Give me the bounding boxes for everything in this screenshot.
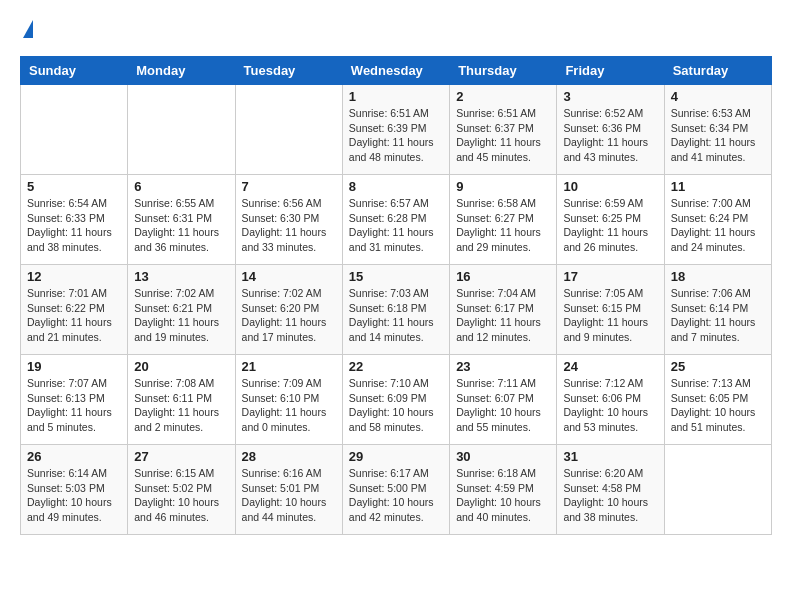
calendar-cell: 20Sunrise: 7:08 AM Sunset: 6:11 PM Dayli… [128, 355, 235, 445]
day-number: 15 [349, 269, 443, 284]
day-info: Sunrise: 6:57 AM Sunset: 6:28 PM Dayligh… [349, 196, 443, 255]
day-number: 16 [456, 269, 550, 284]
week-row-4: 19Sunrise: 7:07 AM Sunset: 6:13 PM Dayli… [21, 355, 772, 445]
day-info: Sunrise: 7:07 AM Sunset: 6:13 PM Dayligh… [27, 376, 121, 435]
day-info: Sunrise: 7:12 AM Sunset: 6:06 PM Dayligh… [563, 376, 657, 435]
calendar-cell: 24Sunrise: 7:12 AM Sunset: 6:06 PM Dayli… [557, 355, 664, 445]
week-row-3: 12Sunrise: 7:01 AM Sunset: 6:22 PM Dayli… [21, 265, 772, 355]
day-number: 2 [456, 89, 550, 104]
calendar-cell: 9Sunrise: 6:58 AM Sunset: 6:27 PM Daylig… [450, 175, 557, 265]
logo-triangle-icon [23, 20, 33, 38]
day-info: Sunrise: 6:51 AM Sunset: 6:37 PM Dayligh… [456, 106, 550, 165]
calendar-cell: 13Sunrise: 7:02 AM Sunset: 6:21 PM Dayli… [128, 265, 235, 355]
day-info: Sunrise: 7:04 AM Sunset: 6:17 PM Dayligh… [456, 286, 550, 345]
calendar-cell: 3Sunrise: 6:52 AM Sunset: 6:36 PM Daylig… [557, 85, 664, 175]
calendar-cell: 29Sunrise: 6:17 AM Sunset: 5:00 PM Dayli… [342, 445, 449, 535]
day-info: Sunrise: 7:10 AM Sunset: 6:09 PM Dayligh… [349, 376, 443, 435]
day-info: Sunrise: 6:53 AM Sunset: 6:34 PM Dayligh… [671, 106, 765, 165]
calendar-cell [235, 85, 342, 175]
day-info: Sunrise: 7:01 AM Sunset: 6:22 PM Dayligh… [27, 286, 121, 345]
day-number: 22 [349, 359, 443, 374]
day-info: Sunrise: 7:00 AM Sunset: 6:24 PM Dayligh… [671, 196, 765, 255]
weekday-header-wednesday: Wednesday [342, 57, 449, 85]
calendar-cell: 8Sunrise: 6:57 AM Sunset: 6:28 PM Daylig… [342, 175, 449, 265]
day-number: 30 [456, 449, 550, 464]
day-number: 3 [563, 89, 657, 104]
day-number: 28 [242, 449, 336, 464]
week-row-5: 26Sunrise: 6:14 AM Sunset: 5:03 PM Dayli… [21, 445, 772, 535]
day-number: 14 [242, 269, 336, 284]
day-info: Sunrise: 7:05 AM Sunset: 6:15 PM Dayligh… [563, 286, 657, 345]
week-row-2: 5Sunrise: 6:54 AM Sunset: 6:33 PM Daylig… [21, 175, 772, 265]
day-number: 27 [134, 449, 228, 464]
page-header [20, 20, 772, 40]
day-info: Sunrise: 7:03 AM Sunset: 6:18 PM Dayligh… [349, 286, 443, 345]
calendar-cell: 12Sunrise: 7:01 AM Sunset: 6:22 PM Dayli… [21, 265, 128, 355]
calendar-cell [21, 85, 128, 175]
day-info: Sunrise: 6:16 AM Sunset: 5:01 PM Dayligh… [242, 466, 336, 525]
day-number: 21 [242, 359, 336, 374]
weekday-header-sunday: Sunday [21, 57, 128, 85]
calendar-cell: 28Sunrise: 6:16 AM Sunset: 5:01 PM Dayli… [235, 445, 342, 535]
day-number: 20 [134, 359, 228, 374]
calendar-cell: 30Sunrise: 6:18 AM Sunset: 4:59 PM Dayli… [450, 445, 557, 535]
day-info: Sunrise: 6:59 AM Sunset: 6:25 PM Dayligh… [563, 196, 657, 255]
calendar-cell: 17Sunrise: 7:05 AM Sunset: 6:15 PM Dayli… [557, 265, 664, 355]
day-info: Sunrise: 6:56 AM Sunset: 6:30 PM Dayligh… [242, 196, 336, 255]
calendar-cell: 1Sunrise: 6:51 AM Sunset: 6:39 PM Daylig… [342, 85, 449, 175]
calendar-cell: 19Sunrise: 7:07 AM Sunset: 6:13 PM Dayli… [21, 355, 128, 445]
day-info: Sunrise: 7:08 AM Sunset: 6:11 PM Dayligh… [134, 376, 228, 435]
day-info: Sunrise: 6:55 AM Sunset: 6:31 PM Dayligh… [134, 196, 228, 255]
day-number: 4 [671, 89, 765, 104]
day-number: 5 [27, 179, 121, 194]
weekday-header-tuesday: Tuesday [235, 57, 342, 85]
weekday-header-saturday: Saturday [664, 57, 771, 85]
day-info: Sunrise: 6:58 AM Sunset: 6:27 PM Dayligh… [456, 196, 550, 255]
calendar-cell: 7Sunrise: 6:56 AM Sunset: 6:30 PM Daylig… [235, 175, 342, 265]
day-info: Sunrise: 7:06 AM Sunset: 6:14 PM Dayligh… [671, 286, 765, 345]
week-row-1: 1Sunrise: 6:51 AM Sunset: 6:39 PM Daylig… [21, 85, 772, 175]
weekday-header-monday: Monday [128, 57, 235, 85]
day-info: Sunrise: 6:15 AM Sunset: 5:02 PM Dayligh… [134, 466, 228, 525]
calendar-cell: 21Sunrise: 7:09 AM Sunset: 6:10 PM Dayli… [235, 355, 342, 445]
calendar-cell: 14Sunrise: 7:02 AM Sunset: 6:20 PM Dayli… [235, 265, 342, 355]
day-info: Sunrise: 7:02 AM Sunset: 6:21 PM Dayligh… [134, 286, 228, 345]
day-info: Sunrise: 6:54 AM Sunset: 6:33 PM Dayligh… [27, 196, 121, 255]
day-number: 31 [563, 449, 657, 464]
calendar-cell: 26Sunrise: 6:14 AM Sunset: 5:03 PM Dayli… [21, 445, 128, 535]
day-number: 19 [27, 359, 121, 374]
weekday-header-thursday: Thursday [450, 57, 557, 85]
day-info: Sunrise: 6:51 AM Sunset: 6:39 PM Dayligh… [349, 106, 443, 165]
day-number: 12 [27, 269, 121, 284]
day-number: 29 [349, 449, 443, 464]
logo [20, 20, 33, 40]
calendar-cell: 5Sunrise: 6:54 AM Sunset: 6:33 PM Daylig… [21, 175, 128, 265]
calendar-cell: 27Sunrise: 6:15 AM Sunset: 5:02 PM Dayli… [128, 445, 235, 535]
calendar-cell: 2Sunrise: 6:51 AM Sunset: 6:37 PM Daylig… [450, 85, 557, 175]
day-number: 7 [242, 179, 336, 194]
day-number: 18 [671, 269, 765, 284]
day-number: 23 [456, 359, 550, 374]
day-number: 1 [349, 89, 443, 104]
calendar-cell: 10Sunrise: 6:59 AM Sunset: 6:25 PM Dayli… [557, 175, 664, 265]
day-info: Sunrise: 7:02 AM Sunset: 6:20 PM Dayligh… [242, 286, 336, 345]
day-info: Sunrise: 6:52 AM Sunset: 6:36 PM Dayligh… [563, 106, 657, 165]
day-info: Sunrise: 6:18 AM Sunset: 4:59 PM Dayligh… [456, 466, 550, 525]
calendar-header: SundayMondayTuesdayWednesdayThursdayFrid… [21, 57, 772, 85]
day-info: Sunrise: 6:14 AM Sunset: 5:03 PM Dayligh… [27, 466, 121, 525]
calendar-cell: 16Sunrise: 7:04 AM Sunset: 6:17 PM Dayli… [450, 265, 557, 355]
calendar-cell [128, 85, 235, 175]
weekday-row: SundayMondayTuesdayWednesdayThursdayFrid… [21, 57, 772, 85]
calendar-cell: 31Sunrise: 6:20 AM Sunset: 4:58 PM Dayli… [557, 445, 664, 535]
calendar-cell: 22Sunrise: 7:10 AM Sunset: 6:09 PM Dayli… [342, 355, 449, 445]
calendar-cell: 18Sunrise: 7:06 AM Sunset: 6:14 PM Dayli… [664, 265, 771, 355]
calendar-cell: 25Sunrise: 7:13 AM Sunset: 6:05 PM Dayli… [664, 355, 771, 445]
calendar-cell: 4Sunrise: 6:53 AM Sunset: 6:34 PM Daylig… [664, 85, 771, 175]
day-number: 11 [671, 179, 765, 194]
calendar-cell: 11Sunrise: 7:00 AM Sunset: 6:24 PM Dayli… [664, 175, 771, 265]
day-info: Sunrise: 6:20 AM Sunset: 4:58 PM Dayligh… [563, 466, 657, 525]
day-number: 25 [671, 359, 765, 374]
calendar-cell [664, 445, 771, 535]
day-number: 24 [563, 359, 657, 374]
day-number: 13 [134, 269, 228, 284]
